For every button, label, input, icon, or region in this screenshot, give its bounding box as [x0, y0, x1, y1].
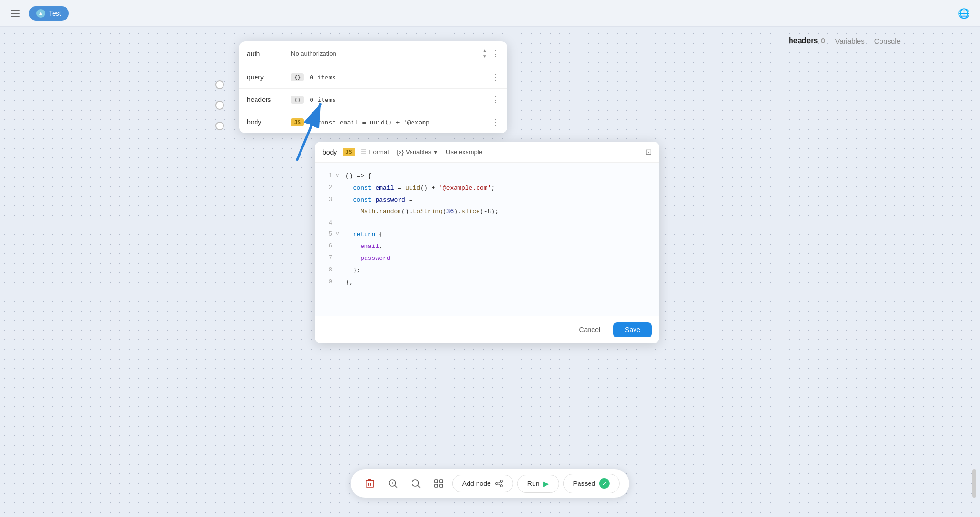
run-button[interactable]: Run ▶ [517, 475, 559, 493]
add-node-button[interactable]: Add node [452, 475, 513, 492]
svg-line-13 [395, 485, 397, 488]
editor-tab-body[interactable]: body [323, 148, 337, 156]
svg-point-21 [495, 483, 498, 485]
zoom-out-icon [411, 479, 421, 488]
headers-tab[interactable]: headers [789, 36, 825, 45]
svg-rect-2 [11, 16, 20, 17]
query-badge: {} [291, 73, 304, 81]
svg-line-16 [418, 485, 420, 488]
zoom-out-button[interactable] [406, 474, 425, 493]
add-node-label: Add node [462, 480, 491, 487]
expand-button[interactable]: ⊡ [646, 147, 652, 157]
globe-button[interactable]: 🌐 [955, 5, 972, 22]
headers-row: headers {} 0 items ⋮ [239, 89, 507, 111]
svg-line-25 [498, 484, 500, 485]
format-label: Format [369, 148, 389, 156]
query-label: query [247, 73, 285, 81]
cancel-button[interactable]: Cancel [571, 322, 608, 337]
fit-view-button[interactable] [429, 474, 448, 493]
auth-row: auth No authorization ▲ ▼ ⋮ [239, 41, 507, 66]
variables-tab[interactable]: Variables [835, 37, 864, 45]
headers-actions: ⋮ [491, 95, 500, 104]
headers-value: 0 items [310, 96, 485, 103]
code-line-5: 5 v return { [315, 229, 659, 241]
scroll-track [972, 142, 976, 498]
body-label: body [247, 118, 285, 126]
headers-badge: {} [291, 96, 304, 104]
delete-button[interactable] [360, 474, 379, 493]
passed-button[interactable]: Passed ✓ [563, 474, 620, 493]
headers-menu-button[interactable]: ⋮ [491, 95, 500, 104]
vars-chevron-icon: ▼ [433, 149, 438, 155]
svg-rect-17 [435, 480, 438, 483]
code-line-4: 4 [315, 218, 659, 229]
passed-check-icon: ✓ [599, 478, 610, 489]
trash-icon [366, 479, 374, 488]
bottom-bar: Add node Run ▶ Passed ✓ [351, 469, 629, 498]
sidebar-toggle-button[interactable] [8, 6, 23, 21]
editor-js-badge: JS [343, 148, 355, 156]
right-panel: headers Variables Console [779, 27, 980, 50]
format-icon: ☰ [361, 148, 367, 156]
code-line-6: 6 email, [315, 241, 659, 253]
code-line-2: 2 const email = uuid() + '@example.com'; [315, 182, 659, 194]
code-line-7: 7 password [315, 253, 659, 265]
play-icon: ▶ [543, 479, 549, 488]
svg-rect-7 [370, 483, 371, 486]
format-button[interactable]: ☰ Format [361, 148, 389, 156]
svg-rect-8 [366, 480, 374, 481]
code-line-3b: Math.random().toString(36).slice(-8); [315, 206, 659, 218]
headers-tab-label: headers [789, 36, 818, 45]
vars-label: Variables [406, 148, 431, 156]
query-menu-button[interactable]: ⋮ [491, 73, 500, 81]
query-actions: ⋮ [491, 73, 500, 81]
run-label: Run [527, 480, 540, 487]
headers-dot-icon [821, 38, 825, 43]
zoom-in-button[interactable] [383, 474, 402, 493]
node-circle-2[interactable] [215, 101, 224, 110]
code-line-9: 9 }; [315, 277, 659, 289]
test-tab-icon: ▲ [36, 9, 45, 18]
auth-chevron-button[interactable]: ▲ ▼ [482, 48, 487, 59]
query-row: query {} 0 items ⋮ [239, 66, 507, 89]
svg-point-22 [500, 480, 502, 483]
variables-button[interactable]: {x} Variables ▼ [397, 148, 438, 156]
query-value: 0 items [310, 74, 485, 81]
console-tab[interactable]: Console [874, 37, 901, 45]
auth-menu-button[interactable]: ⋮ [491, 49, 500, 58]
fit-view-icon [434, 479, 444, 488]
body-actions: ⋮ [491, 118, 500, 126]
svg-rect-1 [11, 13, 20, 14]
svg-rect-0 [11, 10, 20, 11]
auth-actions: ▲ ▼ ⋮ [482, 48, 500, 59]
auth-label: auth [247, 50, 285, 57]
top-bar: ▲ Test 🌐 [0, 0, 980, 27]
svg-rect-19 [435, 484, 438, 487]
code-editor[interactable]: 1 v () => { 2 const email = uuid() + '@e… [315, 163, 659, 316]
nodes-icon [495, 479, 503, 488]
editor-toolbar: body JS ☰ Format {x} Variables ▼ Use exa… [315, 142, 659, 163]
node-circle-3[interactable] [215, 122, 224, 130]
save-button[interactable]: Save [613, 322, 652, 337]
scroll-thumb[interactable] [972, 469, 976, 498]
body-row: body JS { const email = uuid() + '@examp… [239, 111, 507, 133]
test-tab-label: Test [49, 10, 61, 17]
test-tab[interactable]: ▲ Test [29, 6, 69, 21]
code-line-8: 8 }; [315, 265, 659, 277]
use-example-button[interactable]: Use example [446, 148, 482, 156]
body-menu-button[interactable]: ⋮ [491, 118, 500, 126]
svg-rect-5 [366, 481, 374, 487]
svg-line-24 [498, 482, 500, 483]
svg-rect-6 [368, 483, 369, 486]
headers-label: headers [247, 96, 285, 103]
code-line-1: 1 v () => { [315, 170, 659, 182]
headers-tab-row: headers Variables Console [779, 32, 980, 50]
passed-label: Passed [573, 480, 595, 487]
svg-rect-9 [368, 479, 371, 480]
auth-value: No authorization [291, 50, 477, 57]
node-circle-1[interactable] [215, 80, 224, 89]
vars-icon: {x} [397, 148, 404, 156]
code-line-3: 3 const password = [315, 194, 659, 206]
request-panel: auth No authorization ▲ ▼ ⋮ query {} 0 i… [239, 41, 507, 133]
zoom-in-icon [388, 479, 398, 488]
